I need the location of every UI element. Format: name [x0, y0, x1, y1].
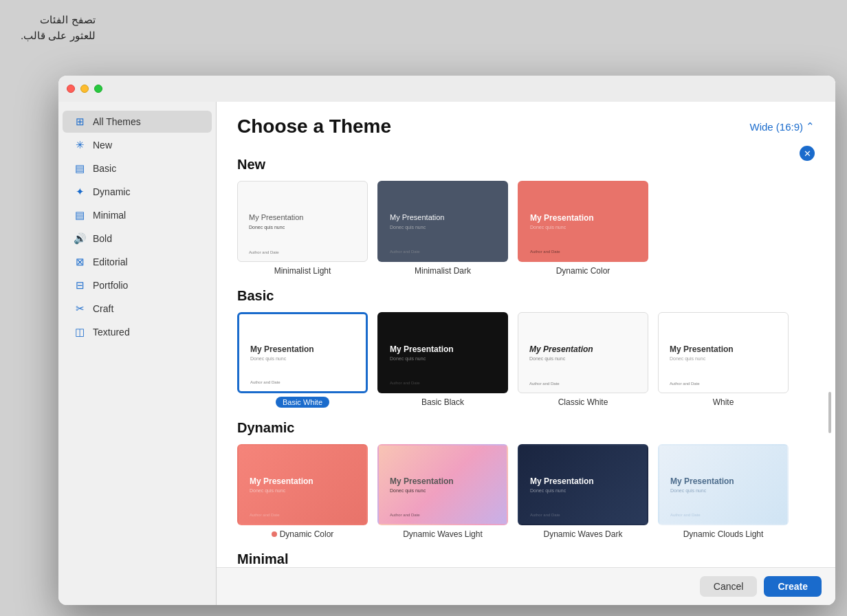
basic-themes-grid: My Presentation Donec quis nunc Author a…: [237, 312, 815, 408]
theme-preview-classic-white: My Presentation Donec quis nunc Author a…: [518, 312, 648, 393]
aspect-selector[interactable]: Wide (16:9) ⌃: [749, 120, 815, 133]
tooltip-line1: تصفح الفئات: [21, 12, 96, 28]
theme-card-dynamic-waves-light[interactable]: My Presentation Donec quis nunc Author a…: [377, 444, 508, 539]
dynamic-icon: ✦: [74, 186, 86, 198]
pres-title: My Presentation: [529, 344, 637, 354]
new-section-close-button[interactable]: ✕: [800, 146, 815, 161]
sidebar-item-label: New: [93, 140, 112, 151]
theme-preview-basic-black: My Presentation Donec quis nunc Author a…: [377, 312, 508, 393]
minimal-icon: ▤: [74, 209, 86, 221]
pres-title: My Presentation: [530, 213, 636, 223]
sidebar-item-new[interactable]: ✳ New: [63, 134, 212, 156]
theme-preview-dynamic-waves-light: My Presentation Donec quis nunc Author a…: [377, 444, 508, 525]
theme-preview-basic-white: My Presentation Donec quis nunc Author a…: [237, 312, 368, 393]
main-content: Choose a Theme Wide (16:9) ⌃ New ✕ My Pr…: [217, 76, 835, 605]
sidebar-item-label: Minimal: [93, 210, 126, 221]
sidebar-item-all-themes[interactable]: ⊞ All Themes: [63, 111, 212, 133]
sidebar-item-label: Dynamic: [93, 186, 130, 197]
basic-section-title: Basic: [237, 288, 815, 304]
craft-icon: ✂: [74, 302, 86, 315]
pres-author: Author and Date: [390, 381, 420, 385]
new-icon: ✳: [74, 139, 86, 151]
main-scroll[interactable]: New ✕ My Presentation Donec quis nunc Au…: [217, 144, 835, 567]
theme-label-dynamic-waves-dark: Dynamic Waves Dark: [544, 529, 623, 539]
dot-indicator: [272, 531, 277, 537]
theme-card-white[interactable]: My Presentation Donec quis nunc Author a…: [658, 312, 789, 408]
pres-subtitle: Donec quis nunc: [530, 488, 636, 493]
pres-subtitle: Donec quis nunc: [390, 488, 496, 493]
minimize-button[interactable]: [80, 85, 89, 93]
cancel-button[interactable]: Cancel: [700, 576, 758, 597]
pres-subtitle: Donec quis nunc: [670, 488, 776, 493]
sidebar-item-bold[interactable]: 🔊 Bold: [63, 228, 212, 250]
theme-preview-minimalist-dark: My Presentation Donec quis nunc Author a…: [377, 181, 508, 262]
scrollbar[interactable]: [828, 392, 831, 433]
pres-subtitle: Donec quis nunc: [530, 225, 636, 230]
pres-subtitle: Donec quis nunc: [390, 225, 496, 230]
dynamic-themes-grid: My Presentation Donec quis nunc Author a…: [237, 444, 815, 539]
pres-author: Author and Date: [249, 250, 279, 254]
theme-card-basic-white[interactable]: My Presentation Donec quis nunc Author a…: [237, 312, 368, 408]
minimal-section-title: Minimal: [237, 551, 815, 567]
tooltip: تصفح الفئات للعثور على قالب.: [21, 12, 96, 43]
theme-chooser-window: ⊞ All Themes ✳ New ▤ Basic ✦ Dynamic ▤ M…: [58, 76, 835, 605]
pres-subtitle: Donec quis nunc: [529, 356, 637, 361]
pres-subtitle: Donec quis nunc: [249, 225, 356, 230]
pres-author: Author and Date: [390, 513, 420, 517]
sidebar-item-portfolio[interactable]: ⊟ Portfolio: [63, 274, 212, 296]
theme-card-dynamic-color[interactable]: My Presentation Donec quis nunc Author a…: [237, 444, 368, 539]
sidebar-item-minimal[interactable]: ▤ Minimal: [63, 204, 212, 226]
pres-author: Author and Date: [250, 513, 280, 517]
theme-card-minimalist-light[interactable]: My Presentation Donec quis nunc Author a…: [237, 181, 368, 276]
pres-subtitle: Donec quis nunc: [670, 356, 777, 361]
close-button[interactable]: [67, 85, 75, 93]
pres-author: Author and Date: [250, 380, 280, 384]
pres-title: My Presentation: [250, 344, 355, 354]
sidebar-item-craft[interactable]: ✂ Craft: [63, 298, 212, 320]
pres-subtitle: Donec quis nunc: [390, 356, 496, 361]
pres-title: My Presentation: [249, 213, 356, 222]
pres-title: My Presentation: [390, 213, 496, 222]
theme-card-dynamic-clouds-light[interactable]: My Presentation Donec quis nunc Author a…: [658, 444, 789, 539]
theme-card-classic-white[interactable]: My Presentation Donec quis nunc Author a…: [518, 312, 648, 408]
textured-icon: ◫: [74, 326, 86, 338]
theme-preview-minimalist-light: My Presentation Donec quis nunc Author a…: [237, 181, 368, 262]
new-section-title: New: [237, 157, 265, 173]
sidebar-item-label: Textured: [93, 327, 130, 338]
theme-label-dynamic-waves-light: Dynamic Waves Light: [403, 529, 483, 539]
pres-author: Author and Date: [530, 513, 560, 517]
theme-label-dynamic-clouds-light: Dynamic Clouds Light: [683, 529, 764, 539]
pres-title: My Presentation: [250, 476, 355, 486]
dynamic-section-title: Dynamic: [237, 420, 815, 436]
sidebar-item-dynamic[interactable]: ✦ Dynamic: [63, 181, 212, 203]
create-button[interactable]: Create: [764, 576, 822, 597]
pres-title: My Presentation: [530, 476, 636, 486]
theme-card-minimalist-dark[interactable]: My Presentation Donec quis nunc Author a…: [377, 181, 508, 276]
theme-card-basic-black[interactable]: My Presentation Donec quis nunc Author a…: [377, 312, 508, 408]
theme-card-dynamic-color-new[interactable]: My Presentation Donec quis nunc Author a…: [518, 181, 648, 276]
sidebar-item-label: Basic: [93, 163, 116, 174]
sidebar-item-editorial[interactable]: ⊠ Editorial: [63, 251, 212, 273]
sidebar-item-textured[interactable]: ◫ Textured: [63, 321, 212, 343]
pres-title: My Presentation: [670, 476, 776, 486]
theme-label-basic-black: Basic Black: [421, 397, 464, 407]
pres-title: My Presentation: [390, 344, 496, 354]
sidebar: ⊞ All Themes ✳ New ▤ Basic ✦ Dynamic ▤ M…: [58, 76, 217, 605]
new-section-header: New ✕: [237, 144, 815, 181]
all-themes-icon: ⊞: [74, 116, 86, 128]
pres-subtitle: Donec quis nunc: [250, 488, 355, 493]
theme-preview-dynamic-color-new: My Presentation Donec quis nunc Author a…: [518, 181, 648, 262]
sidebar-item-label: Editorial: [93, 256, 128, 267]
chevron-up-down-icon: ⌃: [806, 120, 815, 133]
maximize-button[interactable]: [94, 85, 102, 93]
theme-preview-dynamic-color: My Presentation Donec quis nunc Author a…: [237, 444, 368, 525]
theme-card-dynamic-waves-dark[interactable]: My Presentation Donec quis nunc Author a…: [518, 444, 648, 539]
editorial-icon: ⊠: [74, 256, 86, 268]
footer: Cancel Create: [217, 567, 835, 605]
sidebar-item-basic[interactable]: ▤ Basic: [63, 157, 212, 179]
theme-label-minimalist-light: Minimalist Light: [274, 266, 331, 276]
pres-subtitle: Donec quis nunc: [250, 356, 355, 361]
main-header: Choose a Theme Wide (16:9) ⌃: [217, 102, 835, 144]
pres-author: Author and Date: [529, 382, 560, 386]
theme-label-dynamic-color-new: Dynamic Color: [556, 266, 610, 276]
